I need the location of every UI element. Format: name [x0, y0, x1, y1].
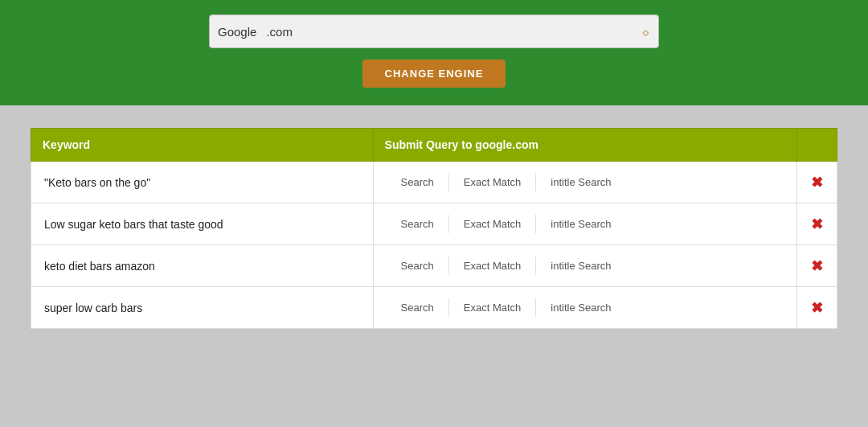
- delete-cell: ✖: [797, 203, 837, 245]
- search-button[interactable]: Search: [387, 257, 449, 275]
- engine-domain: .com: [266, 25, 641, 39]
- engine-label: Google: [218, 25, 256, 39]
- intitle-search-button[interactable]: intitle Search: [536, 298, 625, 317]
- delete-cell: ✖: [797, 162, 837, 203]
- keyword-cell: keto diet bars amazon: [31, 245, 374, 287]
- delete-row-button[interactable]: ✖: [811, 216, 823, 233]
- col-header-keyword: Keyword: [31, 129, 374, 162]
- keyword-table: Keyword Submit Query to google.com "Keto…: [31, 128, 837, 329]
- page-header: Google .com ⬦ CHANGE ENGINE: [0, 0, 868, 105]
- search-button[interactable]: Search: [387, 298, 449, 317]
- keyword-cell: "Keto bars on the go": [31, 162, 374, 203]
- exact-match-button[interactable]: Exact Match: [449, 215, 537, 233]
- query-actions-cell: SearchExact Matchintitle Search: [373, 287, 796, 329]
- delete-cell: ✖: [797, 245, 837, 287]
- search-button[interactable]: Search: [387, 173, 449, 191]
- change-engine-button[interactable]: CHANGE ENGINE: [362, 60, 506, 88]
- delete-cell: ✖: [797, 287, 837, 329]
- col-header-action: [797, 129, 837, 162]
- engine-selector[interactable]: Google .com ⬦: [209, 14, 659, 48]
- query-actions-cell: SearchExact Matchintitle Search: [373, 162, 796, 203]
- intitle-search-button[interactable]: intitle Search: [536, 257, 625, 275]
- query-actions-cell: SearchExact Matchintitle Search: [373, 245, 796, 287]
- keyword-cell: Low sugar keto bars that taste good: [31, 203, 374, 245]
- table-row: "Keto bars on the go"SearchExact Matchin…: [31, 162, 837, 203]
- exact-match-button[interactable]: Exact Match: [449, 298, 537, 317]
- table-row: super low carb barsSearchExact Matchinti…: [31, 287, 837, 329]
- delete-row-button[interactable]: ✖: [811, 174, 823, 191]
- engine-arrow-icon[interactable]: ⬦: [641, 23, 650, 40]
- exact-match-button[interactable]: Exact Match: [449, 173, 537, 191]
- exact-match-button[interactable]: Exact Match: [449, 257, 537, 275]
- intitle-search-button[interactable]: intitle Search: [536, 215, 625, 233]
- delete-row-button[interactable]: ✖: [811, 257, 823, 275]
- table-row: Low sugar keto bars that taste goodSearc…: [31, 203, 837, 245]
- main-content: Keyword Submit Query to google.com "Keto…: [0, 105, 868, 351]
- delete-row-button[interactable]: ✖: [811, 299, 823, 317]
- table-row: keto diet bars amazonSearchExact Matchin…: [31, 245, 837, 287]
- intitle-search-button[interactable]: intitle Search: [536, 173, 625, 191]
- col-header-query: Submit Query to google.com: [373, 129, 796, 162]
- keyword-cell: super low carb bars: [31, 287, 374, 329]
- search-button[interactable]: Search: [387, 215, 449, 233]
- query-actions-cell: SearchExact Matchintitle Search: [373, 203, 796, 245]
